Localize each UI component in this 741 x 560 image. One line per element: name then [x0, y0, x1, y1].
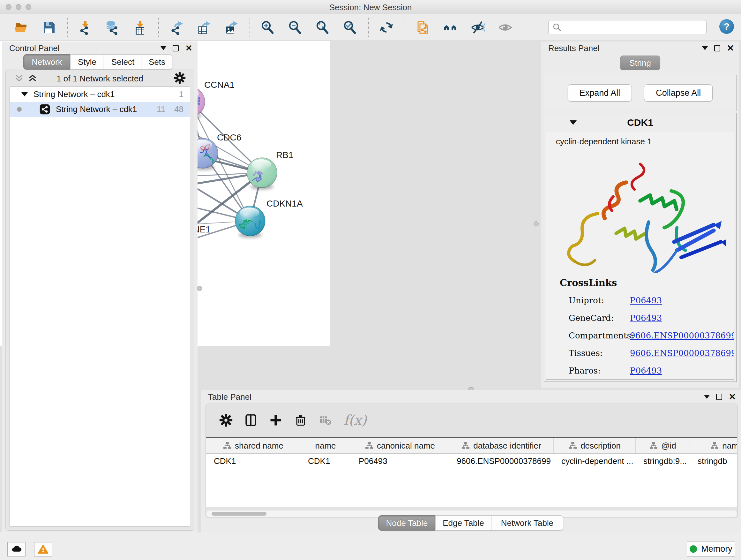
network-node-count: 11 [157, 105, 165, 114]
function-builder-icon[interactable]: f(x) [344, 414, 367, 427]
tab-string[interactable]: String [620, 56, 660, 70]
table-panel-close-button[interactable]: ✕ [729, 393, 736, 400]
column-header-id[interactable]: @id [636, 438, 690, 453]
table-cell-shared-name[interactable]: CDK1 [206, 456, 300, 466]
crosslink-link-genecard[interactable]: P06493 [630, 313, 662, 323]
table-cell-description[interactable]: cyclin-dependent ... [554, 456, 636, 466]
control-panel-close-button[interactable]: ✕ [185, 45, 192, 52]
clone-network-button[interactable] [415, 20, 430, 35]
column-header-label: database identifier [473, 441, 541, 451]
table-cell-database-identifier[interactable]: 9606.ENSP00000378699 [449, 456, 554, 466]
eye-button[interactable] [498, 20, 513, 35]
delete-column-icon[interactable] [294, 414, 307, 427]
results-panel-close-button[interactable]: ✕ [727, 45, 734, 52]
create-column-icon[interactable] [269, 414, 282, 427]
node-CDKN1A[interactable] [235, 206, 265, 236]
collapse-all-button[interactable]: Collapse All [644, 84, 713, 102]
crosslink-row: Tissues:9606.ENSP00000378699 [546, 344, 734, 362]
control-panel-header: Control Panel ✕ [2, 42, 198, 54]
results-panel-float-button[interactable] [714, 45, 720, 51]
crosslink-link-pharos[interactable]: P06493 [630, 366, 662, 375]
help-button[interactable]: ? [719, 19, 734, 34]
table-row[interactable]: CDK1CDK1P064939606.ENSP00000378699cyclin… [206, 454, 737, 469]
crosslink-row: GeneCard:P06493 [546, 309, 734, 327]
node-table-container: f(x) shared namenamecanonical namedataba… [205, 403, 738, 518]
tab-select[interactable]: Select [104, 54, 142, 70]
search-input[interactable] [564, 20, 706, 34]
table-panel: Table Panel ✕ f(x) shared namenamecanoni… [201, 390, 741, 532]
tab-network-table[interactable]: Network Table [491, 515, 563, 531]
network-label: String Network – cdk1 [56, 105, 137, 114]
export-network-button[interactable] [169, 20, 184, 35]
table-panel-title: Table Panel [201, 390, 741, 403]
crosslink-link-tissues[interactable]: 9606.ENSP00000378699 [630, 348, 734, 358]
scrollbar-thumb[interactable] [212, 512, 266, 516]
protein-card: CDK1 cyclin-dependent kinase 1 [544, 113, 737, 382]
node-RB1[interactable] [247, 158, 277, 188]
column-header-canonical-name[interactable]: canonical name [351, 438, 449, 453]
network-selection-status: 1 of 1 Network selected [6, 74, 194, 84]
table-panel-menu-icon[interactable] [704, 395, 710, 399]
control-panel-menu-icon[interactable] [160, 46, 166, 50]
export-image-button[interactable] [224, 20, 239, 35]
column-type-icon [710, 442, 719, 449]
import-network-button[interactable] [78, 20, 92, 35]
tab-network[interactable]: Network [23, 54, 71, 70]
right-splitter-handle[interactable] [534, 221, 539, 226]
expand-all-button[interactable]: Expand All [568, 84, 632, 102]
column-header-database-identifier[interactable]: database identifier [449, 438, 554, 453]
refresh-button[interactable] [379, 20, 394, 35]
import-database-icon [105, 20, 120, 35]
column-header-name[interactable]: name [300, 438, 351, 453]
table-cell-namespace[interactable]: stringdb [690, 456, 737, 466]
table-cell-canonical-name[interactable]: P06493 [351, 456, 449, 466]
protein-card-header[interactable]: CDK1 [544, 113, 736, 131]
table-panel-float-button[interactable] [716, 394, 722, 400]
tab-node-table[interactable]: Node Table [378, 515, 435, 531]
results-panel-menu-icon[interactable] [702, 46, 708, 50]
protein-card-expander-icon[interactable] [569, 120, 577, 125]
eye-slash-button[interactable] [470, 20, 485, 35]
table-cell-id[interactable]: stringdb:9... [636, 456, 690, 466]
network-options-gear-icon[interactable] [174, 72, 186, 84]
title-bar: Session: New Session [0, 0, 741, 14]
refresh-icon [379, 20, 394, 35]
save-button[interactable] [42, 20, 56, 35]
zoom-out-button[interactable] [288, 20, 302, 35]
crosslink-label-pharos: Pharos: [569, 366, 630, 375]
warnings-button[interactable] [34, 542, 52, 557]
search-box[interactable] [548, 20, 706, 34]
crosslink-link-uniprot[interactable]: P06493 [630, 296, 662, 305]
network-tab-content: 1 of 1 Network selected String Network –… [5, 70, 194, 531]
column-header-namespace[interactable]: namespace [690, 438, 737, 453]
table-cell-name[interactable]: CDK1 [300, 456, 351, 466]
delete-table-icon[interactable] [319, 414, 332, 427]
collection-expander-icon[interactable] [21, 92, 28, 97]
save-icon [42, 20, 56, 35]
network-row-selected[interactable]: String Network – cdk1 11 48 [10, 102, 190, 117]
column-header-shared-name[interactable]: shared name [206, 438, 300, 453]
crosslink-link-compartments[interactable]: 9606.ENSP00000378699 [630, 331, 734, 340]
open-folder-button[interactable] [14, 20, 29, 35]
show-columns-icon[interactable] [244, 414, 258, 427]
control-panel-float-button[interactable] [173, 45, 179, 51]
zoom-in-button[interactable] [260, 20, 275, 35]
toolbar-separator [405, 18, 405, 37]
zoom-fit-button[interactable] [315, 20, 330, 35]
import-table-button[interactable] [133, 20, 147, 35]
tab-style[interactable]: Style [70, 54, 104, 70]
zoom-check-button[interactable] [343, 20, 357, 35]
tab-edge-table[interactable]: Edge Table [435, 515, 491, 531]
memory-button[interactable]: Memory [687, 541, 735, 557]
houses-button[interactable] [443, 20, 458, 35]
network-collection-row[interactable]: String Network – cdk1 1 [10, 87, 190, 102]
export-table-button[interactable] [197, 20, 211, 35]
tab-sets[interactable]: Sets [142, 54, 172, 70]
crosslink-label-uniprot: Uniprot: [569, 296, 630, 305]
table-gear-icon[interactable] [219, 414, 232, 427]
network-edge-count: 48 [174, 105, 184, 114]
import-database-button[interactable] [105, 20, 120, 35]
cloud-button[interactable] [7, 542, 25, 557]
left-splitter-handle[interactable] [197, 286, 202, 291]
column-header-description[interactable]: description [554, 438, 636, 453]
